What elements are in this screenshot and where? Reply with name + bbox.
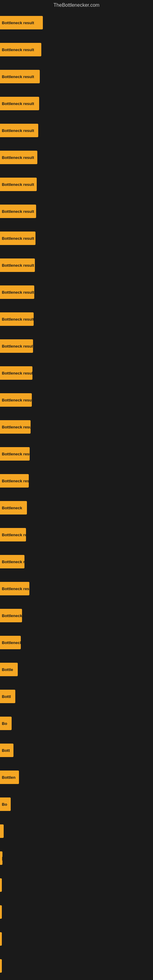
bar-row: Bottl	[0, 683, 153, 710]
bar-label: Bottleneck result	[2, 101, 34, 106]
result-bar[interactable]: Bottle	[0, 663, 18, 676]
bar-label: Bo	[2, 721, 7, 726]
bar-label: Bottleneck result	[2, 290, 34, 294]
bar-row: Bottleneck result	[0, 144, 153, 171]
bar-row	[0, 818, 153, 845]
bar-label: Bottleneck result	[2, 344, 33, 348]
bar-row: Bottleneck result	[0, 171, 153, 198]
result-bar[interactable]	[0, 959, 2, 973]
result-bar[interactable]: Bottlen	[0, 770, 19, 784]
result-bar[interactable]: Bottleneck res	[0, 636, 21, 649]
bar-label: Bo	[2, 802, 7, 807]
bar-label: Bottleneck result	[2, 317, 33, 321]
result-bar[interactable]: Bottleneck result	[0, 151, 37, 164]
site-title: TheBottlenecker.com	[0, 0, 153, 9]
result-bar[interactable]: Bottleneck result	[0, 285, 34, 299]
bar-row	[0, 899, 153, 926]
bar-label: Bottleneck result	[2, 75, 34, 79]
result-bar[interactable]: Bottleneck result	[0, 312, 33, 326]
bar-row: Bottleneck result	[0, 305, 153, 332]
bar-label: Bott	[2, 748, 10, 753]
bar-row: Bottleneck result	[0, 252, 153, 279]
result-bar[interactable]: Bottleneck result	[0, 124, 38, 137]
bar-row: |	[0, 845, 153, 872]
result-bar[interactable]	[0, 905, 2, 919]
result-bar[interactable]: Bottleneck res	[0, 528, 26, 541]
bar-label: Bottleneck result	[2, 398, 32, 402]
bar-row: Bottleneck re	[0, 548, 153, 575]
bar-label: Bottleneck resu	[2, 425, 30, 430]
bar-row: Bottleneck res	[0, 521, 153, 548]
bar-row: Bottleneck resu	[0, 414, 153, 441]
result-bar[interactable]: Bottleneck	[0, 609, 22, 622]
result-bar[interactable]: Bottleneck result	[0, 447, 30, 461]
bar-row	[0, 926, 153, 953]
bar-label: Bottleneck result	[2, 21, 34, 25]
result-bar[interactable]: Bottleneck re	[0, 555, 24, 568]
bar-label: Bottleneck result	[2, 209, 34, 214]
bar-row	[0, 953, 153, 979]
bar-row: Bottleneck	[0, 602, 153, 629]
result-bar[interactable]: Bott	[0, 744, 13, 757]
result-bar[interactable]: Bottleneck result	[0, 393, 32, 407]
result-bar[interactable]: Bottleneck result	[0, 178, 37, 191]
bar-row: Bottleneck result	[0, 279, 153, 305]
result-bar[interactable]: Bottleneck result	[0, 97, 39, 110]
bar-label: Bottleneck result	[2, 155, 34, 160]
bar-label: Bottleneck result	[2, 263, 34, 268]
bar-row: Bottleneck result	[0, 117, 153, 144]
bar-label: Bottleneck result	[2, 48, 34, 52]
bar-row: Bottle	[0, 656, 153, 683]
result-bar[interactable]: Bottleneck result	[0, 366, 32, 380]
bar-row: Bottleneck result	[0, 441, 153, 467]
result-bar[interactable]	[0, 824, 4, 838]
bar-label: Bottleneck res	[2, 479, 29, 483]
result-bar[interactable]: Bottleneck resu	[0, 420, 30, 434]
result-bar[interactable]	[0, 878, 2, 892]
bar-label: Bottleneck result	[2, 236, 34, 241]
bar-label: Bottle	[2, 667, 13, 672]
bar-label: Bottleneck res	[2, 640, 21, 645]
bar-row: Bott	[0, 737, 153, 764]
result-bar[interactable]: Bottleneck result	[0, 232, 35, 245]
bar-label: Bottleneck result	[2, 128, 34, 133]
result-bar[interactable]: Bo	[0, 717, 12, 730]
bar-row: Bo	[0, 710, 153, 737]
result-bar[interactable]: Bottl	[0, 690, 15, 703]
result-bar[interactable]: Bottleneck	[0, 501, 27, 514]
bar-row: Bottleneck res	[0, 467, 153, 494]
result-bar[interactable]: Bottleneck result	[0, 16, 43, 29]
bar-label: Bottleneck re	[2, 560, 24, 564]
bar-row: Bottleneck result	[0, 360, 153, 387]
bar-row: Bottleneck result	[0, 225, 153, 252]
bar-label: Bottleneck res	[2, 533, 26, 537]
result-bar[interactable]	[0, 932, 2, 946]
bar-row: Bottlen	[0, 764, 153, 791]
bar-label: |	[2, 856, 2, 861]
result-bar[interactable]: Bottleneck result	[0, 339, 33, 353]
bar-label: Bottlen	[2, 775, 16, 780]
bar-row: Bottleneck resu	[0, 575, 153, 602]
bar-label: Bottleneck result	[2, 371, 32, 375]
result-bar[interactable]: Bottleneck result	[0, 43, 41, 56]
bar-row	[0, 872, 153, 899]
result-bar[interactable]: Bottleneck result	[0, 205, 36, 218]
result-bar[interactable]: Bottleneck res	[0, 474, 29, 488]
bar-row: Bottleneck result	[0, 9, 153, 36]
result-bar[interactable]: |	[0, 851, 2, 865]
result-bar[interactable]: Bottleneck result	[0, 258, 35, 272]
bar-label: Bottleneck resu	[2, 587, 29, 591]
bar-row: Bottleneck result	[0, 387, 153, 414]
bar-row: Bottleneck result	[0, 36, 153, 63]
bar-row: Bottleneck	[0, 494, 153, 521]
bar-label: Bottleneck result	[2, 182, 34, 187]
bar-row: Bo	[0, 791, 153, 818]
result-bar[interactable]: Bo	[0, 797, 11, 811]
bar-row: Bottleneck res	[0, 629, 153, 656]
bar-label: Bottl	[2, 694, 11, 699]
bar-row: Bottleneck result	[0, 63, 153, 90]
result-bar[interactable]: Bottleneck resu	[0, 582, 29, 595]
bar-label: Bottleneck	[2, 506, 22, 510]
result-bar[interactable]: Bottleneck result	[0, 70, 40, 83]
bar-row: Bottleneck result	[0, 332, 153, 360]
